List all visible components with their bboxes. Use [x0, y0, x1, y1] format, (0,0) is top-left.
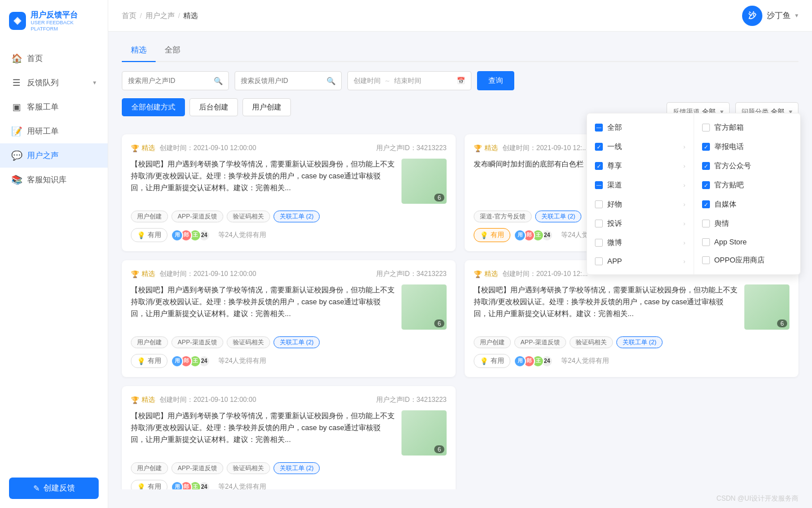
voice-id-input[interactable]: [128, 77, 210, 85]
bulb-icon: 💡: [137, 357, 145, 365]
user-id-search[interactable]: 🔍: [235, 71, 342, 90]
mode-user-button[interactable]: 用户创建: [242, 98, 291, 116]
voters-avatars: 用 郎 王 24: [174, 481, 210, 490]
bulb-icon: 💡: [480, 231, 488, 239]
checkbox-all: [595, 124, 603, 132]
tag-related-workorder[interactable]: 关联工单 (2): [616, 336, 663, 348]
search-icon2: 🔍: [326, 77, 336, 85]
useful-button[interactable]: 💡 有用: [474, 354, 510, 368]
mode-backend-button[interactable]: 后台创建: [189, 98, 238, 116]
checkbox-report-phone: [702, 143, 710, 151]
table-row: 精选 创建时间：2021-09-10 12:00:00 用户之声ID：34213…: [122, 386, 456, 489]
card-tags: 用户创建 APP-渠道反馈 验证码相关 关联工单 (2): [131, 211, 447, 222]
date-range-picker[interactable]: 创建时间 ～ 结束时间 📅: [347, 71, 471, 90]
sidebar-item-customer-workorder[interactable]: ▣ 客服工单: [0, 95, 108, 119]
knowledge-base-icon: 📚: [11, 174, 21, 185]
useful-button[interactable]: 💡 有用: [131, 228, 167, 242]
card-created-time: 创建时间：2021-09-10 12:00:00: [160, 395, 256, 405]
card-text: 【校园吧】用户遇到考研换了学校等情况，需要重新认证校园身份，但功能上不支持取消/…: [131, 159, 395, 204]
tag-related-workorder[interactable]: 关联工单 (2): [273, 211, 320, 222]
breadcrumb-sep1: /: [140, 11, 142, 20]
create-feedback-button[interactable]: ✎ 创建反馈: [9, 478, 99, 499]
dropdown-item-app-store[interactable]: App Store: [694, 233, 801, 251]
dropdown-item-qudao[interactable]: 渠道 ›: [587, 176, 694, 195]
dropdown-item-zunxiang[interactable]: 尊享 ›: [587, 156, 694, 176]
breadcrumb-sep2: /: [178, 11, 180, 20]
dropdown-item-official-wechat[interactable]: 官方公众号: [694, 156, 801, 176]
chevron-right-icon: ›: [683, 143, 686, 150]
dropdown-item-haowu[interactable]: 好物 ›: [587, 195, 694, 214]
mode-all-button[interactable]: 全部创建方式: [122, 98, 185, 116]
tag-related-workorder[interactable]: 关联工单 (2): [273, 336, 320, 348]
dropdown-item-report-phone[interactable]: 举报电话: [694, 137, 801, 156]
voice-id-search[interactable]: 🔍: [122, 71, 229, 90]
tag-verify-code: 验证码相关: [227, 336, 270, 348]
user-info[interactable]: 沙 沙丁鱼 ▾: [742, 6, 798, 26]
dropdown-item-official-tieba[interactable]: 官方贴吧: [694, 176, 801, 195]
dropdown-col-1: 全部 一线 › 尊享 › 渠道 › 好物 › 投诉 › 微博: [587, 113, 694, 274]
date-start-label: 创建时间: [354, 76, 381, 86]
voters-avatars: 用 郎 王 24: [174, 355, 210, 367]
tab-featured[interactable]: 精选: [122, 41, 156, 62]
user-voice-icon: 💬: [11, 150, 21, 161]
sidebar-item-knowledge-base[interactable]: 📚 客服知识库: [0, 168, 108, 192]
tag-user-created: 用户创建: [131, 336, 168, 348]
checkbox-official-tieba: [702, 181, 710, 189]
filter-bar: 🔍 🔍 创建时间 ～ 结束时间 📅 查询: [122, 71, 798, 90]
dropdown-item-oppo-store[interactable]: OPPO应用商店: [694, 251, 801, 270]
logo-area: 用户反馈平台 USER FEEDBACK PLATFORM: [0, 0, 108, 42]
tag-related-workorder[interactable]: 关联工单 (2): [273, 462, 320, 474]
checkbox-haowu: [595, 200, 603, 208]
featured-badge: 精选: [474, 269, 498, 279]
breadcrumb-home[interactable]: 首页: [122, 11, 136, 21]
card-created-time: 创建时间：2021-09-10 12:...: [502, 143, 588, 153]
username: 沙丁鱼: [767, 11, 791, 21]
tag-related-workorder[interactable]: 关联工单 (2): [535, 211, 582, 222]
calendar-icon: 📅: [457, 77, 465, 85]
checkbox-official-wechat: [702, 162, 710, 170]
breadcrumb-voice[interactable]: 用户之声: [145, 11, 175, 21]
chevron-right-icon: ›: [683, 258, 686, 265]
card-text: 【校园吧】用户遇到考研换了学校等情况，需要重新认证校园身份，但功能上不支持取消/…: [131, 410, 395, 456]
card-thumbnail: 6: [401, 159, 447, 204]
tag-user-created: 用户创建: [474, 336, 511, 348]
dropdown-item-official-email[interactable]: 官方邮箱: [694, 118, 801, 137]
breadcrumb-current: 精选: [183, 11, 198, 21]
card-voice-id: 用户之声ID：34213223: [376, 269, 447, 279]
dropdown-item-yixian[interactable]: 一线 ›: [587, 137, 694, 156]
tag-verify-code: 验证码相关: [570, 336, 613, 348]
tag-app-channel: APP-渠道反馈: [171, 462, 223, 474]
featured-badge: 精选: [131, 143, 155, 153]
card-text: 【校园吧】用户遇到考研换了学校等情况，需要重新认证校园身份，但功能上不支持取消/…: [474, 284, 738, 330]
sidebar-item-home[interactable]: 🏠 首页: [0, 46, 108, 71]
dropdown-item-tousu[interactable]: 投诉 ›: [587, 214, 694, 233]
card-thumbnail: 6: [401, 284, 447, 330]
sidebar-item-feedback-queue[interactable]: ☰ 反馈队列 ▾: [0, 71, 108, 95]
tab-all[interactable]: 全部: [156, 41, 189, 62]
query-button[interactable]: 查询: [477, 71, 514, 90]
dropdown-item-yuqing[interactable]: 舆情: [694, 214, 801, 233]
mode-bar: 全部创建方式 后台创建 用户创建: [122, 98, 291, 116]
dropdown-item-weibo[interactable]: 微博 ›: [587, 233, 694, 252]
useful-button[interactable]: 💡 有用: [474, 228, 510, 242]
checkbox-zunxiang: [595, 162, 603, 170]
checkbox-yuqing: [702, 220, 710, 227]
channel-dropdown: 全部 一线 › 尊享 › 渠道 › 好物 › 投诉 › 微博: [586, 113, 801, 275]
card-thumbnail: 6: [744, 284, 789, 330]
sidebar-item-user-voice[interactable]: 💬 用户之声: [0, 143, 108, 168]
dropdown-item-self-media[interactable]: 自媒体: [694, 195, 801, 214]
useful-button[interactable]: 💡 有用: [131, 354, 167, 368]
card-badge-group: 精选 创建时间：2021-09-10 12:00:00: [131, 269, 256, 279]
checkbox-app: [595, 257, 603, 265]
header: 首页 / 用户之声 / 精选 沙 沙丁鱼 ▾: [108, 0, 812, 32]
bulb-icon: 💡: [137, 483, 145, 490]
user-id-input[interactable]: [241, 77, 323, 85]
sidebar-nav: 🏠 首页 ☰ 反馈队列 ▾ ▣ 客服工单 📝 用研工单 💬 用户之声 📚 客服知…: [0, 42, 108, 468]
thumb-count-badge: 6: [434, 319, 444, 327]
dropdown-item-app[interactable]: APP ›: [587, 252, 694, 270]
useful-button[interactable]: 💡 有用: [131, 480, 167, 489]
dropdown-item-all[interactable]: 全部: [587, 118, 694, 137]
sidebar-item-ux-workorder[interactable]: 📝 用研工单: [0, 119, 108, 143]
card-badge-group: 精选 创建时间：2021-09-10 12:...: [474, 269, 588, 279]
table-row: 精选 创建时间：2021-09-10 12:00:00 用户之声ID：34213…: [122, 260, 456, 377]
